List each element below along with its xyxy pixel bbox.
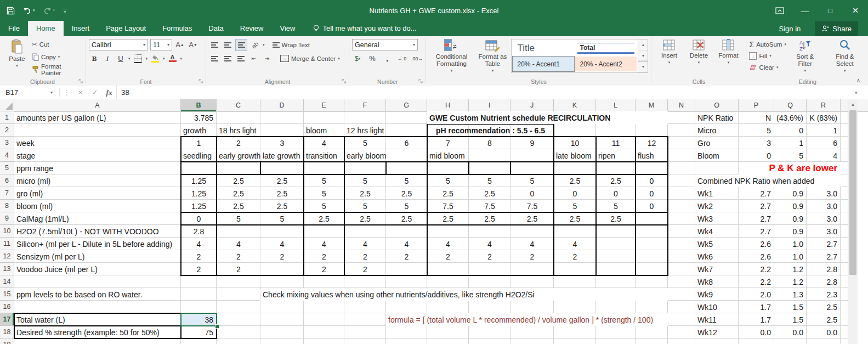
cell-O19[interactable]: [695, 339, 739, 344]
tab-review[interactable]: Review: [232, 21, 272, 36]
row-header-17[interactable]: 17: [0, 313, 14, 326]
cell-S11[interactable]: [841, 238, 848, 250]
cell-S2[interactable]: [841, 124, 848, 137]
vertical-scroll-thumb[interactable]: [849, 110, 856, 275]
cell-F14[interactable]: [344, 275, 386, 288]
column-header-F[interactable]: F: [344, 99, 386, 111]
cell-A19[interactable]: [14, 339, 181, 344]
redo-button[interactable]: ▾: [43, 7, 55, 15]
column-header-P[interactable]: P: [739, 99, 774, 111]
collapse-ribbon-icon[interactable]: ∧: [856, 77, 860, 83]
cell-S9[interactable]: [841, 212, 848, 225]
cell-M11[interactable]: [636, 238, 668, 250]
row-header-19[interactable]: 19: [0, 339, 14, 344]
column-header-E[interactable]: E: [304, 99, 344, 111]
row-header-13[interactable]: 13: [0, 263, 14, 275]
cell-F19[interactable]: [344, 339, 386, 344]
tab-file[interactable]: File: [0, 21, 28, 36]
cell-B16[interactable]: [181, 301, 217, 313]
font-color-button[interactable]: A: [167, 53, 178, 64]
underline-button[interactable]: U: [115, 53, 126, 64]
cell-S3[interactable]: [841, 137, 848, 149]
cell-G16[interactable]: [386, 301, 427, 313]
fill-button[interactable]: ↓ Fill▾: [749, 50, 786, 61]
cell-L18[interactable]: [596, 326, 636, 339]
column-header-D[interactable]: D: [260, 99, 304, 111]
undo-button[interactable]: ▾: [22, 7, 35, 15]
cell-D13[interactable]: [260, 263, 304, 275]
cell-M9[interactable]: [636, 212, 668, 225]
cell-D14[interactable]: [260, 275, 304, 288]
tab-page-layout[interactable]: Page Layout: [98, 21, 154, 36]
row-header-9[interactable]: 9: [0, 212, 14, 225]
align-left-icon[interactable]: [209, 53, 220, 64]
conditional-formatting-button[interactable]: ≠ Conditional Formatting▾: [429, 38, 474, 74]
column-header-L[interactable]: L: [596, 99, 636, 111]
cell-L14[interactable]: [596, 275, 636, 288]
font-name-combo[interactable]: Calibri▾: [89, 39, 148, 50]
cell-K18[interactable]: [554, 326, 596, 339]
column-header-O[interactable]: O: [695, 99, 739, 111]
cell-M16[interactable]: [636, 301, 668, 313]
format-as-table-button[interactable]: Format as Table▾: [474, 38, 511, 74]
comma-style-icon[interactable]: ,: [382, 53, 393, 64]
cell-N14[interactable]: [668, 275, 695, 288]
cell-I14[interactable]: [469, 275, 510, 288]
align-right-icon[interactable]: [235, 53, 246, 64]
column-header-M[interactable]: M: [636, 99, 668, 111]
column-header-C[interactable]: C: [217, 99, 260, 111]
redo-caret-icon[interactable]: ▾: [53, 8, 55, 13]
increase-indent-icon[interactable]: ⇥: [262, 53, 273, 64]
cell-S17[interactable]: [841, 313, 848, 326]
cell-N10[interactable]: [668, 225, 695, 238]
maximize-button[interactable]: □: [818, 0, 843, 21]
cell-I13[interactable]: [469, 263, 510, 275]
cell-S5[interactable]: [841, 162, 848, 174]
cell-K5[interactable]: [554, 162, 596, 174]
cell-C1[interactable]: [217, 111, 260, 124]
undo-caret-icon[interactable]: ▾: [33, 8, 35, 13]
cell-L2[interactable]: [596, 124, 636, 137]
tab-formulas[interactable]: Formulas: [154, 21, 200, 36]
cell-D1[interactable]: [260, 111, 304, 124]
name-box[interactable]: B17: [0, 86, 50, 99]
cell-G13[interactable]: [386, 263, 427, 275]
cell-G14[interactable]: [386, 275, 427, 288]
row-header-5[interactable]: 5: [0, 162, 14, 174]
orientation-button[interactable]: ab: [247, 37, 263, 52]
cell-R19[interactable]: [807, 339, 841, 344]
formula-input[interactable]: 38: [116, 86, 855, 99]
cell-E10[interactable]: [304, 225, 344, 238]
find-select-button[interactable]: Find & Select▾: [824, 38, 866, 74]
cell-J5[interactable]: [510, 162, 554, 174]
row-header-12[interactable]: 12: [0, 250, 14, 263]
cell-I10[interactable]: [469, 225, 510, 238]
cell-D10[interactable]: [260, 225, 304, 238]
cell-C5[interactable]: [217, 162, 260, 174]
cell-E5[interactable]: [304, 162, 344, 174]
cell-N17[interactable]: [668, 313, 695, 326]
gallery-more-icon[interactable]: ▼: [638, 61, 648, 72]
cell-I4[interactable]: [469, 149, 510, 162]
cell-M18[interactable]: [636, 326, 668, 339]
cell-I19[interactable]: [469, 339, 510, 344]
cell-C14[interactable]: [217, 275, 260, 288]
cell-S1[interactable]: [841, 111, 848, 124]
decrease-decimal-icon[interactable]: .00→: [411, 53, 423, 64]
cell-I5[interactable]: [469, 162, 510, 174]
row-header-15[interactable]: 15: [0, 288, 14, 301]
cell-B19[interactable]: [181, 339, 217, 344]
column-header-B[interactable]: B: [181, 99, 217, 111]
cell-F10[interactable]: [344, 225, 386, 238]
ribbon-display-options-button[interactable]: [767, 0, 792, 21]
shrink-font-icon[interactable]: A▼: [188, 40, 198, 50]
row-header-11[interactable]: 11: [0, 238, 14, 250]
cell-S10[interactable]: [841, 225, 848, 238]
format-cells-button[interactable]: Format▾: [713, 38, 743, 66]
style-total[interactable]: Total: [577, 43, 634, 54]
cell-D17[interactable]: [260, 313, 304, 326]
cell-D19[interactable]: [260, 339, 304, 344]
cell-M12[interactable]: [636, 250, 668, 263]
cell-H18[interactable]: [427, 326, 469, 339]
tab-data[interactable]: Data: [200, 21, 231, 36]
